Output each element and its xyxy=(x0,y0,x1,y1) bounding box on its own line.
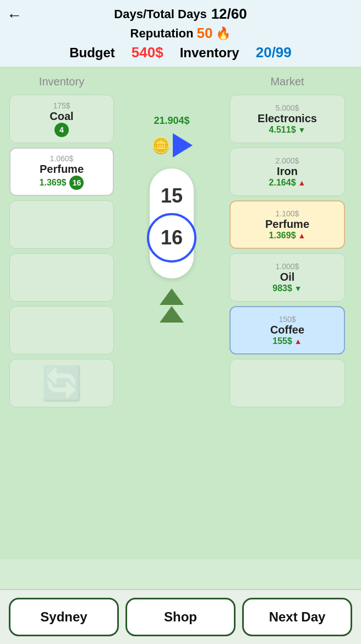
qty-display: 15 xyxy=(161,184,183,208)
perfume-name: Perfume xyxy=(40,163,84,176)
perfume-price-top: 1.060$ xyxy=(50,154,74,163)
oil-trend-icon: ▼ xyxy=(294,284,302,293)
mkt-perfume-price: 1.369$ xyxy=(269,231,296,241)
perfume-price: 1.369$ xyxy=(40,178,67,188)
shop-button[interactable]: Shop xyxy=(125,598,236,636)
sydney-button[interactable]: Sydney xyxy=(9,598,119,636)
iron-price-top: 2.000$ xyxy=(276,156,299,165)
mkt-perfume-price-top: 1.100$ xyxy=(276,209,299,218)
market-column: Market 5.000$ Electronics 4.511$ ▼ 2.000… xyxy=(227,75,348,550)
inventory-title: Inventory xyxy=(39,75,84,88)
coffee-price: 155$ xyxy=(272,336,292,346)
perfume-qty: 16 xyxy=(69,176,84,190)
up-arrows[interactable] xyxy=(160,288,184,323)
electronics-price: 4.511$ xyxy=(269,125,296,135)
coal-name: Coal xyxy=(50,110,73,123)
market-item-coffee[interactable]: 150$ Coffee 155$ ▲ xyxy=(229,306,345,354)
arrow-right-icon xyxy=(173,133,193,157)
header: ← Days/Total Days 12/60 Reputation 50 🔥 … xyxy=(0,0,361,67)
oil-price-top: 1.000$ xyxy=(276,262,299,271)
main-area: Inventory 175$ Coal 4 1.060$ Perfume 1.3… xyxy=(0,67,361,559)
coffee-price-top: 150$ xyxy=(278,315,296,324)
reputation-label: Reputation xyxy=(130,26,194,41)
inventory-label: Inventory xyxy=(180,45,239,61)
market-item-iron[interactable]: 2.000$ Iron 2.164$ ▲ xyxy=(229,148,345,196)
coffee-name: Coffee xyxy=(270,324,304,336)
bottom-navigation: Sydney Shop Next Day xyxy=(0,589,361,644)
inventory-item-empty-4: 🔄 xyxy=(9,359,114,407)
coal-qty: 4 xyxy=(54,123,69,137)
watermark-icon: 🔄 xyxy=(41,364,83,403)
electronics-name: Electronics xyxy=(258,112,317,125)
days-row: Days/Total Days 12/60 xyxy=(9,6,352,23)
triangle-up-1 xyxy=(160,288,184,305)
back-button[interactable]: ← xyxy=(7,7,22,24)
iron-price: 2.164$ xyxy=(269,178,296,188)
coal-price-top: 175$ xyxy=(53,101,70,110)
inventory-value: 20/99 xyxy=(256,44,292,61)
transfer-price: 21.904$ xyxy=(154,115,189,127)
iron-name: Iron xyxy=(277,165,298,178)
budget-label: Budget xyxy=(69,45,115,61)
electronics-price-top: 5.000$ xyxy=(276,103,299,112)
reputation-value: 50 xyxy=(196,25,212,42)
days-count: 12/60 xyxy=(211,6,247,23)
triangle-up-2 xyxy=(160,306,184,323)
oil-price: 983$ xyxy=(272,283,292,293)
inventory-item-perfume[interactable]: 1.060$ Perfume 1.369$ 16 xyxy=(9,148,114,196)
oil-name: Oil xyxy=(280,271,295,283)
middle-column: 21.904$ 🪙 15 16 xyxy=(117,75,227,550)
reputation-row: Reputation 50 🔥 xyxy=(9,25,352,42)
inventory-item-empty-1 xyxy=(9,200,114,249)
mkt-perfume-trend-icon: ▲ xyxy=(298,231,306,240)
market-title: Market xyxy=(270,75,304,88)
coffee-trend-icon: ▲ xyxy=(294,337,302,346)
qty-selector[interactable]: 15 16 xyxy=(150,168,194,279)
iron-trend-icon: ▲ xyxy=(298,178,306,187)
market-item-electronics[interactable]: 5.000$ Electronics 4.511$ ▼ xyxy=(229,95,345,143)
market-item-empty xyxy=(229,359,345,407)
market-item-perfume[interactable]: 1.100$ Perfume 1.369$ ▲ xyxy=(229,200,345,249)
inventory-column: Inventory 175$ Coal 4 1.060$ Perfume 1.3… xyxy=(7,75,117,550)
coin-icon: 🪙 xyxy=(151,137,171,155)
market-item-oil[interactable]: 1.000$ Oil 983$ ▼ xyxy=(229,253,345,302)
inventory-item-coal[interactable]: 175$ Coal 4 xyxy=(9,95,114,143)
budget-value: 540$ xyxy=(132,44,163,61)
qty-circle[interactable]: 16 xyxy=(147,213,196,263)
budget-row: Budget 540$ Inventory 20/99 xyxy=(9,44,352,61)
days-label: Days/Total Days xyxy=(114,7,206,21)
inventory-item-empty-2 xyxy=(9,253,114,302)
electronics-trend-icon: ▼ xyxy=(298,125,306,134)
inventory-item-empty-3 xyxy=(9,306,114,354)
transfer-arrow-container: 🪙 xyxy=(151,133,193,157)
fire-icon: 🔥 xyxy=(216,26,231,41)
mkt-perfume-name: Perfume xyxy=(265,218,309,231)
next-day-button[interactable]: Next Day xyxy=(242,598,352,636)
